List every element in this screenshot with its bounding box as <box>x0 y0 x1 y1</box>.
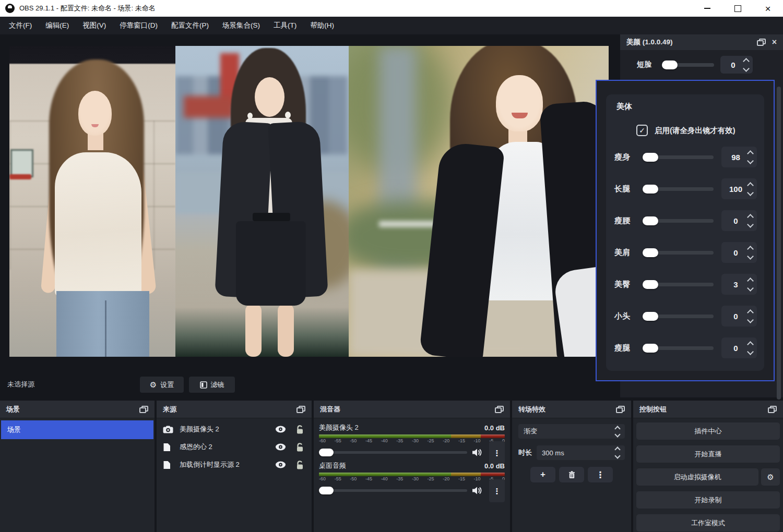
source-list-item[interactable]: 感恩的心 2 <box>157 438 312 456</box>
remove-transition-button[interactable] <box>559 467 584 482</box>
slider-value-box[interactable]: 100 <box>721 178 757 199</box>
popout-icon[interactable] <box>139 406 148 413</box>
menu-item[interactable]: 帮助(H) <box>303 17 341 34</box>
spin-down-icon[interactable] <box>747 348 754 355</box>
slider-value-box[interactable]: 0 <box>720 56 753 74</box>
obs-logo-icon <box>5 4 15 13</box>
volume-handle[interactable] <box>319 449 334 456</box>
transition-menu-button[interactable]: ⋮ <box>588 467 613 482</box>
spin-down-icon[interactable] <box>747 317 754 323</box>
visibility-eye-icon[interactable] <box>275 461 288 468</box>
popout-icon[interactable] <box>757 39 766 46</box>
lock-icon[interactable] <box>296 443 305 452</box>
channel-menu-button[interactable]: ⋮ <box>489 479 505 502</box>
slider-value-box[interactable]: 0 <box>721 337 757 358</box>
spin-down-icon[interactable] <box>747 253 754 260</box>
spin-up-icon[interactable] <box>747 341 754 348</box>
lock-icon[interactable] <box>296 425 305 434</box>
slider-value-box[interactable]: 98 <box>721 147 757 167</box>
spin-up-icon[interactable] <box>747 246 754 252</box>
spin-down-icon[interactable] <box>747 285 754 292</box>
scene-list-item[interactable]: 场景 <box>1 420 153 439</box>
control-button[interactable]: 启动虚拟摄像机 <box>636 468 758 486</box>
slider-value-box[interactable]: 0 <box>721 306 757 327</box>
minimize-button[interactable] <box>692 0 722 17</box>
slider-handle[interactable] <box>643 216 658 225</box>
popout-icon[interactable] <box>296 406 305 413</box>
control-button[interactable]: 插件中心 <box>636 422 780 440</box>
spin-down-icon[interactable] <box>747 189 754 196</box>
scale-tick: -50 <box>350 438 357 444</box>
slider-track[interactable] <box>643 283 714 286</box>
menu-item[interactable]: 视图(V) <box>76 17 113 34</box>
lock-icon[interactable] <box>296 461 305 469</box>
volume-slider[interactable] <box>319 489 467 492</box>
slider-value-box[interactable]: 0 <box>721 242 757 263</box>
dock-close-icon[interactable]: × <box>772 38 777 46</box>
slider-handle[interactable] <box>643 153 658 162</box>
spin-down-icon[interactable] <box>747 158 754 164</box>
close-button[interactable]: × <box>753 0 783 17</box>
volume-handle[interactable] <box>319 487 334 494</box>
popout-icon[interactable] <box>616 406 625 413</box>
transition-select[interactable]: 渐变 <box>518 424 625 439</box>
spin-down-icon[interactable] <box>747 221 754 228</box>
slider-track[interactable] <box>662 63 714 67</box>
volume-slider[interactable] <box>319 451 467 454</box>
source-filters-button[interactable]: 滤镜 <box>189 377 235 393</box>
control-button-label: 工作室模式 <box>691 518 725 528</box>
menu-item[interactable]: 编辑(E) <box>39 17 76 34</box>
control-button[interactable]: 工作室模式 <box>636 514 780 531</box>
menu-item[interactable]: 工具(T) <box>267 17 303 34</box>
slider-handle[interactable] <box>643 312 658 321</box>
slider-track[interactable] <box>643 219 714 223</box>
maximize-button[interactable] <box>722 0 753 17</box>
popout-icon[interactable] <box>768 406 777 413</box>
slider-track[interactable] <box>643 315 714 318</box>
slider-value-box[interactable]: 3 <box>721 274 757 295</box>
slider-value-box[interactable]: 0 <box>721 210 757 231</box>
spin-up-icon[interactable] <box>747 277 754 284</box>
menu-item[interactable]: 配置文件(P) <box>164 17 216 34</box>
scale-tick: -20 <box>443 438 449 444</box>
slider-handle[interactable] <box>662 61 678 69</box>
spin-up-icon[interactable] <box>747 214 754 221</box>
speaker-icon[interactable] <box>472 449 482 456</box>
spin-down-icon[interactable] <box>743 65 750 72</box>
control-button[interactable]: 开始录制 <box>636 491 780 509</box>
spin-up-icon[interactable] <box>747 309 754 316</box>
duration-spinbox[interactable]: 300 ms <box>537 445 625 460</box>
control-button[interactable]: 开始直播 <box>636 445 780 463</box>
slider-track[interactable] <box>643 346 714 350</box>
spin-up-icon[interactable] <box>743 58 750 65</box>
enable-checkbox[interactable]: ✓ <box>636 125 648 136</box>
preview-photo-right <box>349 46 609 357</box>
slider-handle[interactable] <box>643 280 658 289</box>
popout-icon[interactable] <box>495 406 504 413</box>
spin-up-icon[interactable] <box>614 446 620 452</box>
visibility-eye-icon[interactable] <box>275 443 288 451</box>
menu-item[interactable]: 文件(F) <box>2 17 39 34</box>
slider-track[interactable] <box>643 251 714 255</box>
enable-label: 启用(请全身出镜才有效) <box>655 126 735 136</box>
source-list-item[interactable]: 美颜摄像头 2 <box>157 420 312 438</box>
source-list-item[interactable]: 加载倒计时显示源 2 <box>157 456 312 474</box>
spin-up-icon[interactable] <box>747 150 754 157</box>
spin-down-icon[interactable] <box>614 453 620 458</box>
menu-item[interactable]: 停靠窗口(D) <box>113 17 164 34</box>
slider-track[interactable] <box>643 187 714 191</box>
scale-tick: -25 <box>428 476 434 482</box>
slider-handle[interactable] <box>643 344 658 353</box>
speaker-icon[interactable] <box>472 487 482 494</box>
visibility-eye-icon[interactable] <box>275 426 288 433</box>
menu-item[interactable]: 场景集合(S) <box>216 17 267 34</box>
slider-value: 98 <box>723 153 748 162</box>
source-settings-button[interactable]: ⚙ 设置 <box>140 377 184 393</box>
slider-handle[interactable] <box>643 185 658 194</box>
slider-track[interactable] <box>643 155 714 159</box>
slider-handle[interactable] <box>643 248 658 257</box>
spin-up-icon[interactable] <box>747 182 754 189</box>
add-transition-button[interactable]: + <box>530 467 555 482</box>
virtual-camera-settings-button[interactable]: ⚙ <box>761 468 780 486</box>
dock-scrollbar[interactable] <box>777 87 781 400</box>
